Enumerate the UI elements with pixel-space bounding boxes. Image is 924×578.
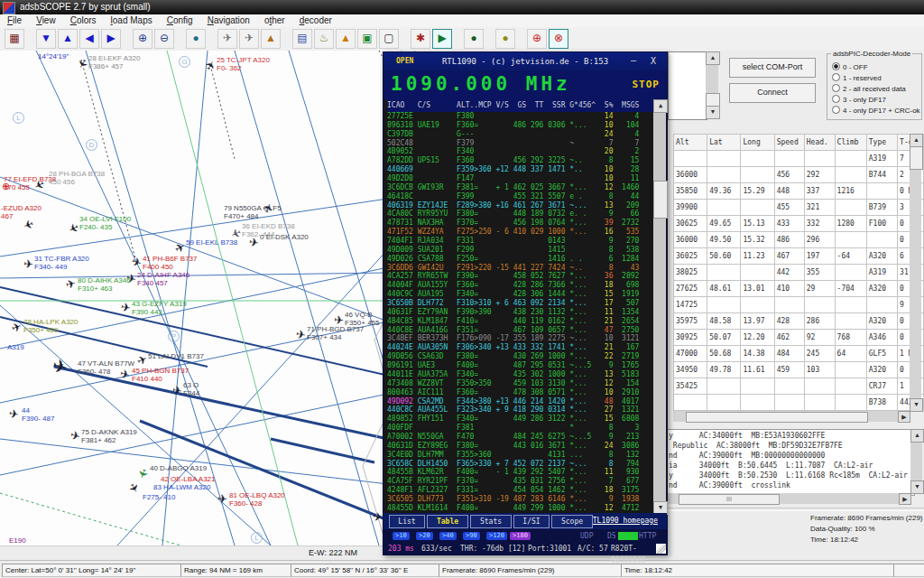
table-row[interactable]: 3092550.0712.2046292768A3460 [674, 330, 924, 346]
column-header-lat[interactable]: Lat [707, 135, 741, 151]
rtl1090-title-bar[interactable]: OPEN RTL1090 - (c) jetvision.de - B:153 … [383, 52, 667, 70]
table-row[interactable]: 3062549.6515.134333321280F1000 [674, 216, 924, 232]
rtl-table-row[interactable]: 3C6505 DLH773 F351>310 -19 487 283 6146 … [387, 495, 652, 504]
rtl-tab-table[interactable]: Table [427, 515, 468, 528]
aircraft-icon[interactable]: ✈ [295, 328, 307, 341]
table-row[interactable]: 4700050.6814.3848424564GLF51 M [674, 346, 924, 362]
menu-load-maps[interactable]: load Maps [104, 14, 160, 27]
radio-icon[interactable] [832, 95, 840, 103]
menu-file[interactable]: File [0, 14, 29, 27]
rtl-tab-stats[interactable]: Stats [470, 515, 512, 528]
menu-other[interactable]: other [257, 14, 292, 27]
rtl-table-row[interactable]: 44024E AUA305N F306>340 +13 433 332 1741… [387, 343, 652, 352]
rtl-table-row[interactable]: C397DB G--- 24 4 [387, 130, 652, 139]
rtl1090-homepage-link[interactable]: RTL1090 homepage [588, 517, 658, 525]
aircraft-icon[interactable]: ✈ [171, 384, 183, 397]
scroll-down-icon[interactable]: ▼ [706, 106, 720, 119]
table-row[interactable]: 38025442355A31931 M [674, 265, 924, 281]
rtl-tab-list[interactable]: List [389, 515, 425, 528]
radio-icon[interactable] [832, 73, 840, 81]
rtl-table-row[interactable]: 48455B KLM62R F400= - 1 439 292 5407 *..… [387, 468, 652, 477]
table-row[interactable]: 35425CRJ71 [674, 378, 924, 395]
table-hscrollbar[interactable]: ▶ [673, 411, 910, 422]
zoom-out-icon[interactable]: ⊖ [154, 29, 174, 49]
scroll-thumb[interactable] [910, 146, 923, 170]
minimize-icon[interactable]: — [631, 55, 636, 65]
globe-icon[interactable]: ● [186, 29, 206, 49]
column-header-long[interactable]: Long [741, 135, 774, 151]
decoder-option-0[interactable]: 0 - OFF [832, 62, 868, 71]
scroll-right-icon[interactable]: ▶ [898, 411, 910, 423]
table-row[interactable]: 3585049.3615.2944833712160 M [674, 183, 924, 200]
rtl-table-row[interactable]: 3C658C DLH1450 F365>330 + 7 452 072 2137… [387, 460, 652, 469]
column-header-type[interactable]: Type [866, 135, 897, 151]
scroll-thumb[interactable] [653, 181, 668, 219]
rtl-table-row[interactable]: 896191 UAE3 F400= 487 295 0531 ~...5 9 1… [387, 361, 652, 370]
monitor-icon[interactable]: ▢ [379, 29, 399, 49]
scroll-up-icon[interactable]: ▲ [910, 429, 924, 443]
scroll-down-icon[interactable]: ▼ [910, 398, 923, 412]
listbox-scrollbar[interactable]: ▲ ▼ [706, 51, 718, 118]
table-row[interactable]: 3495049.7811.61459103A3200 [674, 362, 924, 378]
menu-navigation[interactable]: Navigation [200, 14, 257, 27]
pan-right-icon[interactable]: ▶ [101, 29, 121, 49]
table-row[interactable]: 3597548.5813.97428286A3200 [674, 313, 924, 330]
log-vscrollbar[interactable]: ▲ ▼ [910, 429, 922, 492]
table-vscrollbar[interactable]: ▲ ▼ [910, 134, 921, 410]
rtl-table-row[interactable]: 4B9052 F340 20 2 [387, 147, 652, 156]
tools-icon[interactable]: ✱ [411, 29, 430, 49]
menu-view[interactable]: View [29, 14, 63, 27]
decoder-log[interactable]: y AC:34000ft MB:E53A1930602FFE Republic … [666, 429, 915, 496]
rtl-table-row[interactable]: 440C9C AUA195 F340= 428 306 1444 *... 15… [387, 290, 652, 299]
scroll-right-icon[interactable]: ▶ [899, 493, 911, 505]
resize-grip[interactable] [656, 544, 666, 554]
green-light-icon[interactable]: ● [464, 29, 484, 49]
aircraft-icon[interactable]: ✈ [217, 493, 227, 506]
menu-decoder[interactable]: decoder [292, 14, 339, 27]
scroll-up-icon[interactable]: ▲ [910, 134, 923, 147]
rtl-table-row[interactable]: 49D056 CSA63D F380= 430 269 1000 *... 22… [387, 352, 652, 361]
select-com-port-button[interactable]: select COM-Port [729, 58, 816, 78]
red-crosshair-icon[interactable]: ⊕ [527, 29, 547, 49]
rtl-table-row[interactable]: 502C48 F379 ~ 7 7 [387, 139, 652, 148]
rtl-table-row[interactable]: 473408 WZZ8VT F350>350 459 103 3130 *...… [387, 379, 652, 388]
alarm-icon[interactable]: ▲ [336, 29, 356, 49]
rtl-table-row[interactable]: 49D2D0 F147 10 11 [387, 174, 652, 183]
table-row[interactable]: 3600049.5015.324862960 [674, 232, 924, 248]
table-row[interactable]: A3197 [674, 151, 924, 167]
rtl-table-row[interactable]: 4CA80C RYR95YU F380= 448 189 0732 e. . 9… [387, 210, 652, 219]
waypoint-icon[interactable]: ✈ [239, 29, 259, 49]
rtl-table-row[interactable]: 44011E AUA375A F340= 435 302 1000 *... 1… [387, 370, 652, 379]
title-bar[interactable]: adsbSCOPE 2.7 by sprut (small) [0, 0, 924, 14]
column-header-speed[interactable]: Speed [774, 135, 804, 151]
connect-button[interactable]: Connect [729, 83, 816, 103]
rtl-table-row[interactable]: 3C4BEF BER373H F176>090 -17 355 189 2275… [387, 334, 652, 343]
rtl-table-row[interactable]: 40631F EZY79AN F390>390 438 230 1132 *..… [387, 308, 652, 317]
close-icon[interactable]: X [651, 56, 656, 66]
rtl-table-row[interactable]: 406319 EZY14JE F289>380 +16 461 267 3671… [387, 201, 652, 210]
rtl-table-row[interactable]: 49D026 CSA788 F250= 1416 . . 6 1284 [387, 255, 652, 264]
table-row[interactable]: 147259 [674, 297, 924, 313]
map-image-icon[interactable]: ▣ [357, 29, 377, 49]
rtl-table-row[interactable]: A782DD UPS15 F360 456 292 3225 ~.. 8 15 [387, 156, 652, 165]
rtl-scrollbar[interactable]: ▲ ▼ [653, 99, 666, 513]
rtl-table-row[interactable]: 471F52 WZZ4YA F275>250 - 6 410 029 1000 … [387, 228, 652, 237]
aircraft-icon[interactable]: ✈ [23, 258, 33, 271]
menu-colors[interactable]: Colors [63, 14, 104, 27]
scroll-up-icon[interactable]: ▲ [706, 51, 720, 65]
table-row[interactable]: B738443 [674, 395, 924, 411]
column-header-climb[interactable]: Climb [835, 135, 866, 151]
radio-icon[interactable] [832, 106, 840, 114]
menu-config[interactable]: Config [160, 14, 200, 27]
rtl-table-row[interactable]: 7404F1 RJA034 F331 0143 9 270 [387, 237, 652, 246]
rtl-table-row[interactable]: 44004F AUA155Y F360= 428 286 7366 *... 1… [387, 281, 652, 290]
rtl-table-row[interactable]: 46418C F399 455 321 5507 e . 8 44 [387, 192, 652, 201]
rtl-table-row[interactable]: 896310 UAE19 F360= 486 296 0306 *... 10 … [387, 121, 652, 130]
rtl-aircraft-table[interactable]: 27725E F380 14 4896310 UAE19 F360= 486 2… [387, 112, 652, 513]
decoder-option-3[interactable]: 3 - only DF17 [832, 95, 886, 104]
play-icon[interactable]: ▶ [432, 29, 452, 49]
table-icon[interactable]: ▦ [5, 29, 24, 49]
pan-up-icon[interactable]: ▲ [58, 29, 78, 49]
rtl-table-row[interactable]: 4CA257 RYR65TW F390= 458 052 7627 *... 3… [387, 272, 652, 281]
radio-icon[interactable] [832, 62, 840, 70]
